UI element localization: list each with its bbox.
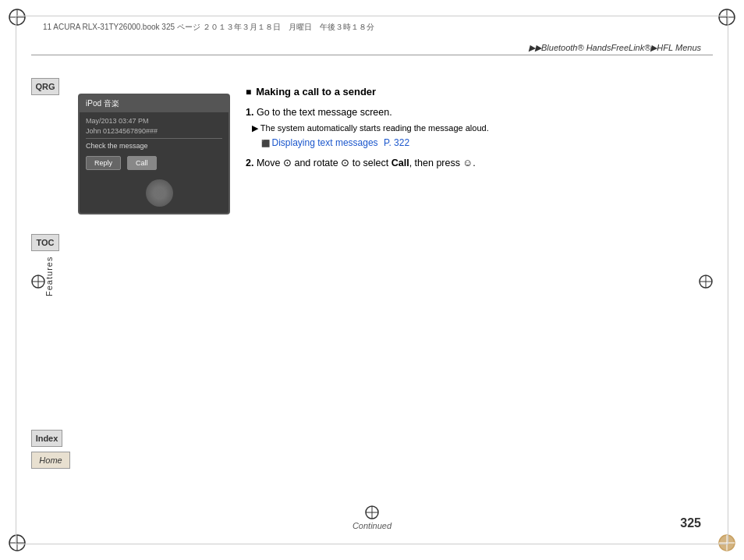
sidebar-tab-home[interactable]: Home: [31, 452, 70, 469]
step-1-link[interactable]: Displaying text messages P. 322: [261, 136, 701, 150]
breadcrumb-text: ▶▶Bluetooth® HandsFreeLink®▶HFL Menus: [529, 43, 701, 52]
step-1-arrow: ▶ The system automatically starts readin…: [252, 122, 701, 135]
screen-top-bar: iPod 音楽: [80, 95, 229, 112]
toc-vertical-label: Features: [44, 242, 54, 296]
screen-row-contact: John 01234567890###: [86, 127, 222, 135]
step-2-text: Move ⊙ and rotate ⊙ to select Call, then…: [257, 158, 476, 168]
instruction-content: Making a call to a sender 1. Go to the t…: [246, 86, 701, 177]
step-1-link-ref: P. 322: [384, 137, 409, 148]
sidebar-tab-qrg[interactable]: QRG: [31, 78, 59, 95]
header-breadcrumb: ▶▶Bluetooth® HandsFreeLink®▶HFL Menus: [529, 43, 701, 53]
step-1-num: 1.: [246, 107, 253, 118]
screen-body: May/2013 03:47 PM John 01234567890### Ch…: [80, 112, 229, 175]
screen-row-date: May/2013 03:47 PM: [86, 117, 222, 125]
screen-title: iPod 音楽: [86, 98, 119, 109]
screen-reply-btn: Reply: [86, 156, 121, 170]
step-2: 2. Move ⊙ and rotate ⊙ to select Call, t…: [246, 156, 701, 171]
screen-buttons: Reply Call: [86, 156, 222, 170]
device-screen: iPod 音楽 May/2013 03:47 PM John 012345678…: [78, 94, 230, 214]
step-2-num: 2.: [246, 158, 253, 168]
page-number: 325: [680, 516, 701, 530]
file-info: 11 ACURA RLX-31TY26000.book 325 ページ ２０１３…: [43, 22, 374, 33]
step-1: 1. Go to the text message screen. ▶ The …: [246, 105, 701, 150]
main-content: iPod 音楽 May/2013 03:47 PM John 012345678…: [78, 62, 701, 513]
device-screenshot: iPod 音楽 May/2013 03:47 PM John 012345678…: [78, 94, 230, 214]
section-title: Making a call to a sender: [246, 86, 701, 97]
screen-contact: John 01234567890###: [86, 127, 158, 135]
screen-message: Check the message: [86, 142, 222, 150]
header-divider: [31, 55, 713, 55]
footer-continued: Continued: [353, 521, 391, 530]
screen-date: May/2013 03:47 PM: [86, 117, 149, 125]
screen-divider: [86, 138, 222, 139]
thumb-graphic: [146, 179, 173, 207]
screen-call-btn: Call: [127, 156, 157, 170]
sidebar-tab-index[interactable]: Index: [31, 430, 62, 447]
